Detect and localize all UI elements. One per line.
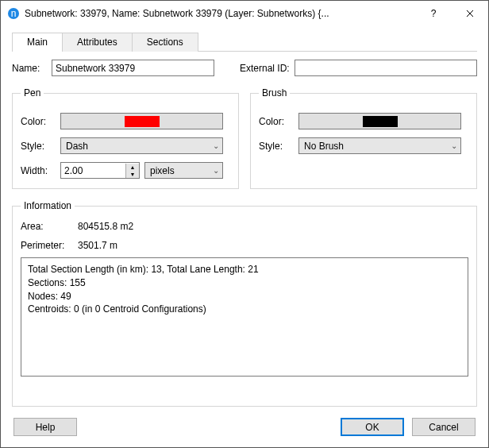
window-title: Subnetwork: 33979, Name: Subnetwork 3397… bbox=[25, 8, 415, 19]
spinner-buttons[interactable]: ▲▼ bbox=[125, 164, 139, 178]
help-button[interactable]: ? bbox=[415, 2, 452, 25]
brush-style-dropdown[interactable]: No Brush ⌄ bbox=[298, 137, 461, 154]
pen-style-dropdown[interactable]: Dash ⌄ bbox=[60, 137, 223, 154]
chevron-down-icon: ⌄ bbox=[213, 141, 219, 150]
area-value: 804515.8 m2 bbox=[78, 221, 133, 232]
tab-attributes[interactable]: Attributes bbox=[63, 33, 133, 52]
pen-width-value: 2.00 bbox=[61, 165, 125, 176]
pen-style-label: Style: bbox=[21, 141, 56, 152]
chevron-down-icon: ⌄ bbox=[451, 141, 457, 150]
pen-width-stepper[interactable]: 2.00 ▲▼ bbox=[60, 162, 140, 179]
pen-color-label: Color: bbox=[21, 116, 56, 127]
chevron-down-icon: ⌄ bbox=[213, 166, 219, 175]
brush-style-label: Style: bbox=[259, 141, 294, 152]
ok-button[interactable]: OK bbox=[341, 418, 404, 436]
name-label: Name: bbox=[12, 63, 47, 74]
brush-color-label: Color: bbox=[259, 116, 294, 127]
brush-group: Brush Color: Style: No Brush ⌄ bbox=[250, 87, 477, 189]
name-field[interactable] bbox=[52, 60, 214, 76]
external-id-label: External ID: bbox=[240, 63, 290, 74]
pen-legend: Pen bbox=[21, 87, 44, 98]
pen-style-value: Dash bbox=[66, 141, 88, 152]
dialog-buttons: Help OK Cancel bbox=[1, 411, 488, 447]
perimeter-label: Perimeter: bbox=[21, 240, 73, 251]
brush-color-field[interactable] bbox=[298, 113, 461, 129]
perimeter-value: 3501.7 m bbox=[78, 240, 117, 251]
pen-width-label: Width: bbox=[21, 165, 56, 176]
pen-width-units-value: pixels bbox=[150, 165, 175, 176]
cancel-button[interactable]: Cancel bbox=[412, 418, 476, 436]
brush-style-value: No Brush bbox=[304, 141, 344, 152]
pen-color-swatch bbox=[125, 116, 160, 127]
external-id-field[interactable] bbox=[295, 60, 477, 76]
brush-color-swatch bbox=[363, 116, 398, 127]
information-group: Information Area: 804515.8 m2 Perimeter:… bbox=[12, 200, 477, 407]
tab-sections[interactable]: Sections bbox=[133, 33, 198, 52]
brush-legend: Brush bbox=[259, 87, 290, 98]
information-details[interactable]: Total Section Length (in km): 13, Total … bbox=[21, 257, 468, 377]
help-button-bottom[interactable]: Help bbox=[13, 418, 77, 436]
svg-text:n: n bbox=[11, 8, 17, 19]
pen-color-field[interactable] bbox=[60, 113, 223, 129]
close-button[interactable] bbox=[452, 2, 488, 25]
app-icon: n bbox=[7, 7, 20, 20]
titlebar: n Subnetwork: 33979, Name: Subnetwork 33… bbox=[1, 1, 488, 25]
tabs: Main Attributes Sections bbox=[12, 32, 477, 52]
tab-main[interactable]: Main bbox=[12, 33, 63, 52]
area-label: Area: bbox=[21, 221, 73, 232]
pen-width-units-dropdown[interactable]: pixels ⌄ bbox=[144, 162, 223, 179]
information-legend: Information bbox=[21, 200, 75, 211]
pen-group: Pen Color: Style: Dash ⌄ Width: 2.00 ▲▼ bbox=[12, 87, 239, 189]
